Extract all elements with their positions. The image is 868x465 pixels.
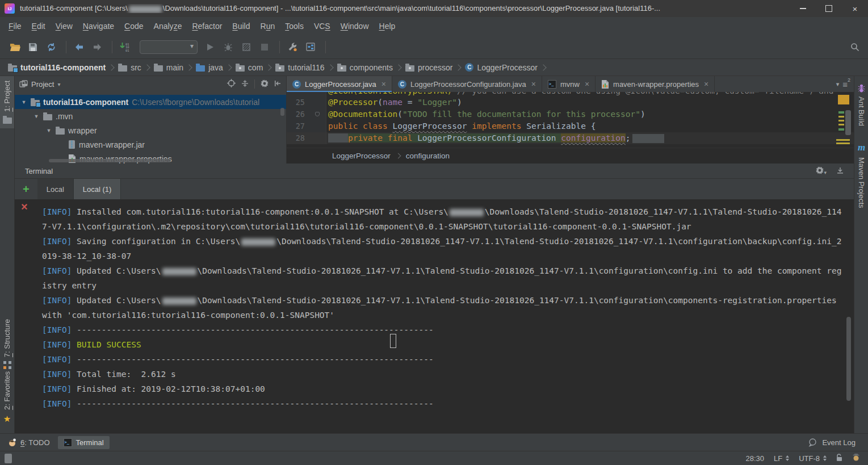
save-icon[interactable] xyxy=(25,40,41,55)
error-stripe-mark[interactable] xyxy=(838,95,849,104)
locate-file-icon[interactable] xyxy=(227,79,236,89)
stripe-button-1-project[interactable]: 1: Project xyxy=(0,76,14,128)
chevron-down-icon[interactable]: ▾ xyxy=(836,81,840,88)
todo-toolwindow-button[interactable]: 6: TODO xyxy=(2,436,56,449)
code-line-25[interactable]: 25@Processor(name = "Logger") xyxy=(287,97,854,108)
editor-tab-loggerprocessor-java[interactable]: CLoggerProcessor.java× xyxy=(287,76,392,92)
close-button[interactable]: × xyxy=(842,0,868,17)
collapse-all-icon[interactable] xyxy=(241,79,249,89)
new-session-icon[interactable]: + xyxy=(23,183,30,196)
forward-icon[interactable] xyxy=(89,40,105,55)
menu-item-refactor[interactable]: Refactor xyxy=(187,22,227,31)
code-line-27[interactable]: 27public class LoggerProcessor implement… xyxy=(287,120,854,132)
chevron-down-icon[interactable]: ▾ xyxy=(57,81,60,87)
breadcrumb-item-com[interactable]: com xyxy=(234,63,264,72)
tree-item-tutorial116-component[interactable]: ▼tutorial116-component C:\Users\fborgne\… xyxy=(15,95,286,109)
fold-marker-icon[interactable] xyxy=(315,112,320,116)
terminal-tab-local[interactable]: Local xyxy=(37,179,74,199)
project-structure-icon[interactable] xyxy=(303,40,318,55)
menu-item-build[interactable]: Build xyxy=(227,22,255,31)
editor-tab-mvnw[interactable]: >_mvnw× xyxy=(542,76,596,92)
error-stripe-mark[interactable] xyxy=(838,124,844,125)
terminal-toolwindow-button[interactable]: >_ Terminal xyxy=(58,436,110,449)
hidden-tabs-list-icon[interactable]: ≡2 xyxy=(842,79,850,89)
breadcrumb-item-processor[interactable]: processor xyxy=(404,63,454,72)
code-line-26[interactable]: 26@Documentation("TODO fill the document… xyxy=(287,108,854,120)
stripe-button-7-structure[interactable]: 7: Structure xyxy=(0,315,14,374)
close-icon[interactable]: × xyxy=(704,79,708,89)
project-panel-title[interactable]: Project xyxy=(31,80,54,89)
terminal-tab-local-1-[interactable]: Local (1) xyxy=(74,179,121,199)
menu-item-view[interactable]: View xyxy=(51,22,78,31)
menu-item-file[interactable]: File xyxy=(3,22,27,31)
breadcrumb-item-java[interactable]: java xyxy=(195,63,224,72)
menu-item-vcs[interactable]: VCS xyxy=(309,22,336,31)
code-line-28[interactable]: 28 private final LoggerProcessorConfigur… xyxy=(287,132,854,144)
breadcrumb-item-loggerprocessor[interactable]: CLoggerProcessor xyxy=(464,63,539,72)
error-stripe-mark[interactable] xyxy=(836,143,850,144)
gear-icon[interactable]: ▾ xyxy=(816,166,827,176)
menu-item-code[interactable]: Code xyxy=(119,22,148,31)
open-icon[interactable] xyxy=(7,40,23,55)
breadcrumb-item-src[interactable]: src xyxy=(117,63,142,72)
close-icon[interactable]: × xyxy=(381,79,386,89)
menu-item-navigate[interactable]: Navigate xyxy=(78,22,119,31)
stripe-button-maven-projects[interactable]: mMaven Projects xyxy=(854,137,868,213)
chevron-expanded-icon[interactable]: ▼ xyxy=(45,128,52,133)
minimize-panel-icon[interactable] xyxy=(837,167,844,175)
chevron-expanded-icon[interactable]: ▼ xyxy=(33,114,40,119)
vertical-scrollbar[interactable] xyxy=(280,108,284,116)
close-icon[interactable]: × xyxy=(585,79,589,89)
breadcrumb-item-tutorial116-component[interactable]: tutorial116-component xyxy=(7,63,107,72)
coverage-icon[interactable] xyxy=(238,40,254,55)
gear-icon[interactable] xyxy=(261,79,269,89)
inspection-profile-icon[interactable] xyxy=(852,453,860,463)
lock-icon[interactable] xyxy=(836,454,842,463)
tree-item-wrapper[interactable]: ▼wrapper xyxy=(15,123,286,137)
editor-breadcrumb-configuration[interactable]: configuration xyxy=(406,152,450,160)
error-stripe-mark[interactable] xyxy=(838,120,844,122)
menu-item-analyze[interactable]: Analyze xyxy=(149,22,187,31)
breadcrumb-item-tutorial116[interactable]: tutorial116 xyxy=(274,63,325,72)
vcs-update-icon[interactable]: 011001 xyxy=(117,40,133,55)
code-editor[interactable]: @Icon(Icon.IconType.STAR) // you can use… xyxy=(287,92,854,148)
line-separator-selector[interactable]: LF xyxy=(774,454,789,463)
breadcrumb-item-components[interactable]: components xyxy=(336,63,394,72)
minimize-button[interactable] xyxy=(790,0,816,17)
editor-breadcrumb-loggerprocessor[interactable]: LoggerProcessor xyxy=(332,152,391,160)
close-session-icon[interactable]: × xyxy=(21,201,28,212)
error-stripe-mark[interactable] xyxy=(836,139,850,141)
encoding-selector[interactable]: UTF-8 xyxy=(799,454,827,463)
editor-tab-loggerprocessorconfiguration-java[interactable]: CLoggerProcessorConfiguration.java× xyxy=(392,76,542,92)
stripe-button-ant-build[interactable]: Ant Build xyxy=(854,79,868,131)
run-icon[interactable] xyxy=(202,40,218,55)
menu-item-tools[interactable]: Tools xyxy=(280,22,309,31)
tree-item--mvn[interactable]: ▼.mvn xyxy=(15,109,286,123)
caret-position[interactable]: 28:30 xyxy=(745,454,764,463)
chevron-expanded-icon[interactable]: ▼ xyxy=(20,99,27,105)
error-stripe-mark[interactable] xyxy=(838,116,844,118)
debug-icon[interactable] xyxy=(220,40,236,55)
editor-tab-maven-wrapper-properties[interactable]: maven-wrapper.properties× xyxy=(596,76,715,92)
back-icon[interactable] xyxy=(71,40,87,55)
search-everywhere-icon[interactable] xyxy=(848,40,862,55)
stop-icon[interactable] xyxy=(257,40,272,55)
sync-icon[interactable] xyxy=(43,40,59,55)
error-stripe-mark[interactable] xyxy=(838,128,844,131)
hide-panel-icon[interactable] xyxy=(274,80,282,89)
editor-scrollbar[interactable] xyxy=(845,110,851,135)
terminal-output[interactable]: [INFO] Installed com.tutorial116:tutoria… xyxy=(15,199,854,433)
maximize-button[interactable] xyxy=(816,0,842,17)
menu-item-help[interactable]: Help xyxy=(374,22,401,31)
stripe-button-2-favorites[interactable]: 2: Favorites★ xyxy=(0,367,14,429)
horizontal-scrollbar[interactable] xyxy=(49,159,171,162)
close-icon[interactable]: × xyxy=(531,79,536,89)
terminal-scrollbar[interactable] xyxy=(846,317,851,401)
breadcrumb-item-main[interactable]: main xyxy=(153,63,184,72)
toolwindow-grip-icon[interactable] xyxy=(5,454,12,463)
event-log-button[interactable]: Event Log xyxy=(808,438,856,447)
menu-item-run[interactable]: Run xyxy=(255,22,280,31)
menu-item-window[interactable]: Window xyxy=(336,22,374,31)
error-stripe-mark[interactable] xyxy=(838,111,844,114)
tree-item-maven-wrapper-jar[interactable]: maven-wrapper.jar xyxy=(15,137,286,152)
